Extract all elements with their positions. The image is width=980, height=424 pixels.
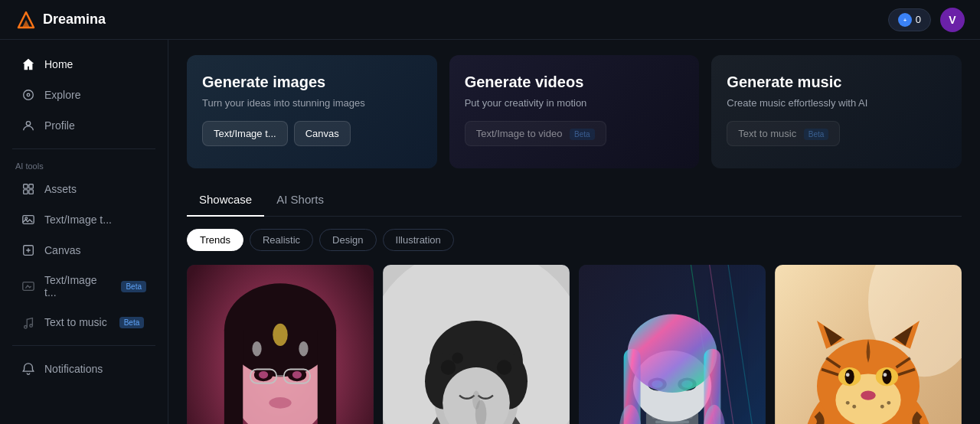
hero-card-videos-subtitle: Put your creativity in motion <box>465 97 684 109</box>
sidebar-item-text-image-beta-label: Text/Image t... <box>44 274 109 298</box>
image-card-2[interactable] <box>383 265 570 424</box>
svg-point-6 <box>26 122 30 126</box>
hero-card-music-title: Generate music <box>727 73 946 91</box>
hero-cards: Generate images Turn your ideas into stu… <box>187 55 962 168</box>
sidebar-item-notifications-label: Notifications <box>44 363 103 375</box>
sidebar-item-canvas[interactable]: Canvas <box>6 236 162 265</box>
text-image-video-btn[interactable]: Text/Image to video Beta <box>465 121 606 146</box>
sidebar-item-notifications[interactable]: Notifications <box>6 354 162 383</box>
text-music-btn[interactable]: Text to music Beta <box>727 121 840 146</box>
video-beta-badge: Beta <box>570 129 595 140</box>
image-card-3[interactable] <box>579 265 766 424</box>
svg-point-22 <box>273 324 287 346</box>
sidebar: Home Explore Profile AI tools <box>0 40 168 424</box>
sidebar-divider <box>12 148 155 149</box>
sidebar-item-text-music[interactable]: Text to music Beta <box>6 308 162 337</box>
bell-icon <box>21 362 35 376</box>
sidebar-item-text-image-beta[interactable]: Text/Image t... Beta <box>6 266 162 306</box>
sidebar-item-text-image-label: Text/Image t... <box>44 214 112 226</box>
svg-rect-9 <box>24 190 28 194</box>
hero-card-images-buttons: Text/Image t... Canvas <box>202 121 422 146</box>
hero-card-images: Generate images Turn your ideas into stu… <box>187 55 437 168</box>
main-content: Generate images Turn your ideas into stu… <box>168 40 980 424</box>
tab-showcase[interactable]: Showcase <box>187 187 264 217</box>
svg-rect-10 <box>29 190 33 194</box>
explore-icon <box>21 88 35 102</box>
sidebar-item-profile-label: Profile <box>44 119 75 132</box>
svg-text:+: + <box>903 18 906 23</box>
svg-point-5 <box>27 93 30 96</box>
svg-point-23 <box>252 341 261 356</box>
hero-card-videos-title: Generate videos <box>465 73 684 91</box>
sidebar-divider-2 <box>12 345 155 346</box>
showcase-tabs: Showcase AI Shorts <box>187 187 962 217</box>
text-image-btn[interactable]: Text/Image t... <box>202 121 288 146</box>
svg-point-4 <box>24 90 34 100</box>
canvas-icon <box>21 243 35 257</box>
svg-point-41 <box>441 360 456 374</box>
text-image-beta-badge: Beta <box>121 281 146 292</box>
svg-point-42 <box>452 353 463 364</box>
hero-card-videos-buttons: Text/Image to video Beta <box>465 121 684 146</box>
header-right: + 0 V <box>888 8 965 32</box>
svg-point-27 <box>259 371 268 379</box>
user-avatar[interactable]: V <box>940 8 965 32</box>
svg-rect-8 <box>29 184 33 188</box>
svg-point-24 <box>299 341 308 356</box>
filter-design[interactable]: Design <box>319 229 376 251</box>
svg-point-43 <box>497 360 511 374</box>
assets-icon <box>21 182 35 196</box>
svg-point-15 <box>24 326 28 329</box>
header: Dreamina + 0 V <box>0 0 980 40</box>
tab-ai-shorts[interactable]: AI Shorts <box>264 187 336 217</box>
svg-rect-20 <box>224 330 243 424</box>
sidebar-item-assets-label: Assets <box>44 183 77 195</box>
svg-point-91 <box>880 405 884 409</box>
hero-card-images-subtitle: Turn your ideas into stunning images <box>202 97 422 109</box>
sidebar-item-home-label: Home <box>44 58 73 70</box>
svg-rect-7 <box>24 184 28 188</box>
image-card-1[interactable] <box>187 265 374 424</box>
sidebar-item-profile[interactable]: Profile <box>6 111 162 140</box>
music-icon <box>21 315 35 329</box>
svg-point-90 <box>852 405 856 409</box>
filter-illustration[interactable]: Illustration <box>383 229 454 251</box>
image-card-4[interactable] <box>775 265 962 424</box>
hero-card-music-buttons: Text to music Beta <box>727 121 946 146</box>
image-beta-icon <box>21 279 35 293</box>
svg-point-16 <box>30 325 33 328</box>
profile-icon <box>21 119 35 132</box>
svg-rect-21 <box>318 330 336 424</box>
sidebar-item-home[interactable]: Home <box>6 50 162 79</box>
svg-point-64 <box>628 315 717 393</box>
svg-point-46 <box>472 390 480 409</box>
svg-point-83 <box>883 373 887 377</box>
credits-count: 0 <box>916 14 921 25</box>
music-beta-badge: Beta <box>804 129 829 140</box>
svg-point-32 <box>269 397 291 409</box>
credits-icon: + <box>898 13 912 27</box>
hero-card-music: Generate music Create music effortlessly… <box>711 55 962 168</box>
filter-realistic[interactable]: Realistic <box>250 229 313 251</box>
svg-marker-1 <box>22 20 30 28</box>
svg-point-80 <box>845 369 854 383</box>
svg-point-89 <box>846 401 850 405</box>
sidebar-item-assets[interactable]: Assets <box>6 174 162 204</box>
svg-point-92 <box>887 401 890 405</box>
text-music-beta-badge: Beta <box>119 317 145 328</box>
svg-point-28 <box>292 371 302 379</box>
svg-point-81 <box>882 369 891 383</box>
home-icon <box>21 57 35 71</box>
layout: Home Explore Profile AI tools <box>0 40 980 424</box>
sidebar-item-text-image[interactable]: Text/Image t... <box>6 205 162 234</box>
logo[interactable]: Dreamina <box>15 9 106 31</box>
filter-trends[interactable]: Trends <box>187 229 243 251</box>
hero-card-music-subtitle: Create music effortlessly with AI <box>727 97 946 109</box>
credits-button[interactable]: + 0 <box>888 8 931 31</box>
sidebar-item-explore[interactable]: Explore <box>6 80 162 109</box>
svg-point-84 <box>861 390 875 400</box>
canvas-btn[interactable]: Canvas <box>294 121 351 146</box>
svg-point-82 <box>846 373 850 377</box>
logo-text: Dreamina <box>43 11 106 28</box>
image-grid <box>187 265 962 424</box>
